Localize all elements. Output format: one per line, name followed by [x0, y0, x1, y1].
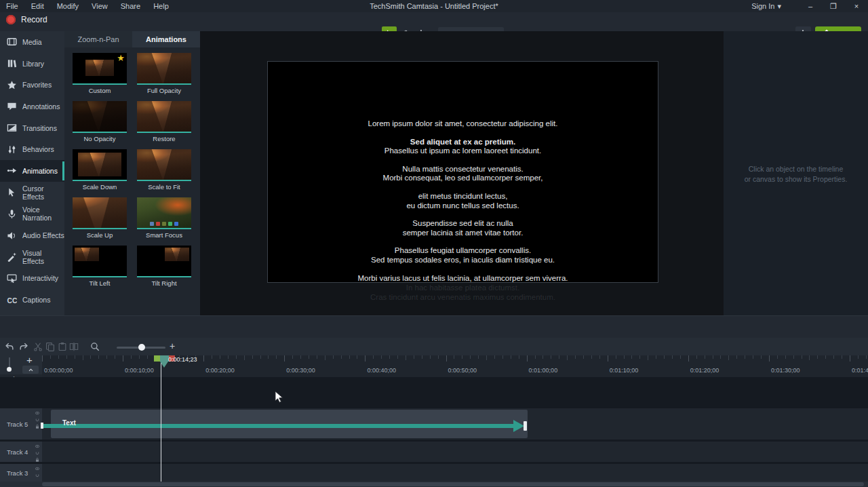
preset-label: Custom — [73, 85, 127, 97]
sidebar-item-captions[interactable]: CCCaptions — [0, 289, 64, 311]
preset-smart-focus[interactable]: Smart Focus — [137, 197, 191, 241]
canvas-text-line: Morbi consequat, leo sed ullamcorper sem… — [268, 174, 658, 183]
tab-animations[interactable]: Animations — [132, 31, 200, 47]
menu-edit[interactable]: Edit — [31, 2, 44, 10]
animations-icon — [6, 165, 17, 176]
playhead-time: 0:00:14;23 — [168, 356, 197, 363]
playback-bar: 00:14 / 01:00 30 fps Properties — [0, 315, 868, 338]
sidebar-item-transitions[interactable]: Transitions — [0, 117, 64, 139]
preset-restore[interactable]: Restore — [137, 101, 191, 145]
track-row-track-4[interactable] — [42, 442, 868, 462]
eye-icon[interactable] — [35, 410, 40, 416]
presets-grid: ★CustomFull OpacityNo OpacityRestoreScal… — [73, 53, 192, 290]
menu-file[interactable]: File — [6, 2, 18, 10]
preset-custom[interactable]: ★Custom — [73, 53, 127, 97]
preset-thumbnail — [73, 149, 127, 181]
playhead-in-handle[interactable] — [154, 355, 160, 362]
lock-icon[interactable] — [35, 424, 40, 429]
sidebar-item-interactivity[interactable]: Interactivity — [0, 268, 64, 290]
cut-button[interactable] — [33, 341, 43, 352]
track-header-track-4[interactable]: Track 4 — [0, 442, 42, 462]
clip-label: Text — [62, 419, 76, 427]
lock-icon[interactable] — [35, 457, 40, 463]
sidebar-item-favorites[interactable]: Favorites — [0, 74, 64, 96]
loop-icon[interactable] — [35, 473, 40, 478]
sidebar-item-behaviors[interactable]: Behaviors — [0, 138, 64, 160]
clip-left-handle[interactable] — [41, 423, 43, 429]
clip-right-handle[interactable] — [524, 421, 527, 431]
menu-modify[interactable]: Modify — [57, 2, 79, 10]
split-button[interactable] — [68, 341, 79, 352]
track-row-track-3[interactable] — [42, 464, 868, 482]
presets-panel: Zoom-n-PanAnimations ★CustomFull Opacity… — [64, 31, 200, 315]
split-icon — [69, 342, 79, 351]
audio-effects-icon — [6, 230, 17, 241]
sidebar-item-annotations[interactable]: Annotations — [0, 96, 64, 117]
sidebar-item-label: Animations — [22, 167, 58, 175]
add-track-button[interactable]: + — [26, 354, 33, 366]
preset-scale-down[interactable]: Scale Down — [73, 149, 127, 193]
animation-arrow[interactable] — [43, 424, 513, 428]
sidebar-item-animations[interactable]: Animations — [0, 160, 64, 182]
ruler-label: 0:00:20;00 — [205, 367, 235, 374]
ruler-label: 0:00:10;00 — [125, 367, 154, 374]
track-height-handle[interactable] — [7, 367, 12, 372]
preset-no-opacity[interactable]: No Opacity — [73, 101, 127, 145]
eye-icon[interactable] — [35, 466, 40, 471]
undo-button[interactable] — [4, 341, 15, 352]
timeline-zoom-button[interactable] — [90, 341, 100, 352]
collapse-tracks-button[interactable] — [22, 366, 39, 374]
tab-zoom-n-pan[interactable]: Zoom-n-Pan — [64, 31, 132, 47]
timeline-hscrollbar-thumb[interactable] — [42, 482, 864, 486]
loop-icon[interactable] — [35, 450, 40, 456]
magnifier-icon — [90, 342, 100, 351]
ruler-label: 0:01:00;00 — [529, 367, 558, 374]
mouse-cursor — [275, 391, 284, 403]
favorite-star-icon: ★ — [117, 54, 125, 62]
close-button[interactable]: × — [845, 0, 868, 12]
redo-button[interactable] — [18, 341, 29, 352]
menu-share[interactable]: Share — [121, 2, 140, 10]
preset-scale-up[interactable]: Scale Up — [73, 197, 127, 241]
sidebar-item-library[interactable]: Library — [0, 53, 64, 75]
preset-label: Tilt Left — [73, 277, 127, 290]
menu-view[interactable]: View — [92, 2, 108, 10]
sign-in-button[interactable]: Sign In ▾ — [751, 2, 781, 11]
canvas-text-line: Lorem ipsum dolor sit amet, consectetur … — [268, 119, 658, 129]
sidebar-item-audio-effects[interactable]: Audio Effects — [0, 225, 64, 246]
minimize-button[interactable]: – — [799, 0, 822, 12]
sidebar-item-media[interactable]: Media — [0, 31, 64, 53]
preset-tilt-right[interactable]: Tilt Right — [137, 246, 191, 290]
sidebar-item-cursor-effects[interactable]: Cursor Effects — [0, 182, 64, 203]
preset-tilt-left[interactable]: Tilt Left — [73, 246, 127, 290]
canvas-area[interactable]: Lorem ipsum dolor sit amet, consectetur … — [200, 31, 724, 315]
preset-label: Restore — [137, 133, 191, 145]
canvas[interactable]: Lorem ipsum dolor sit amet, consectetur … — [268, 62, 658, 282]
record-button[interactable]: Record — [6, 15, 47, 24]
preset-thumbnail: ★ — [73, 53, 127, 85]
canvas-text-line: Phasellus ut ipsum ac lorem laoreet tinc… — [268, 147, 658, 156]
preset-scale-to-fit[interactable]: Scale to Fit — [137, 149, 191, 193]
eye-icon[interactable] — [35, 444, 40, 449]
copy-button[interactable] — [45, 341, 56, 352]
sidebar-item-voice-narration[interactable]: Voice Narration — [0, 203, 64, 225]
preset-full-opacity[interactable]: Full Opacity — [137, 53, 191, 97]
canvas-text-line: Suspendisse sed elit ac nulla — [268, 219, 658, 229]
ruler-label: 0:01:30;00 — [771, 367, 800, 374]
annotations-icon — [6, 101, 17, 112]
canvas-text-line: Morbi varius lacus ut felis lacinia, at … — [268, 274, 658, 282]
track-header-track-5[interactable]: Track 5 — [0, 408, 42, 440]
canvas-text: Lorem ipsum dolor sit amet, consectetur … — [268, 119, 658, 282]
loop-icon[interactable] — [35, 417, 40, 423]
menu-help[interactable]: Help — [153, 2, 169, 10]
track-header-track-3[interactable]: Track 3 — [0, 464, 42, 482]
timeline-zoom-handle[interactable] — [138, 344, 145, 351]
paste-button[interactable] — [57, 341, 68, 352]
sidebar-item-visual-effects[interactable]: Visual Effects — [0, 246, 64, 268]
transitions-icon — [6, 123, 17, 134]
panel-tabs: Zoom-n-PanAnimations — [64, 31, 200, 47]
maximize-button[interactable]: ❐ — [822, 0, 845, 12]
preset-thumbnail — [73, 246, 127, 277]
interactivity-icon — [6, 273, 17, 284]
zoom-in-button[interactable]: + — [170, 341, 175, 351]
